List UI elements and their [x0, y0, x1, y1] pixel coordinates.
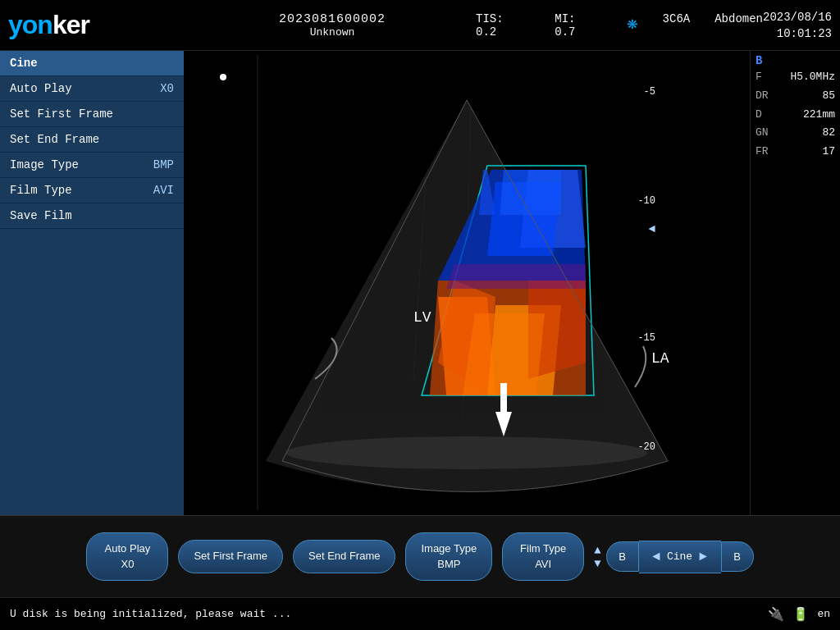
menu-item-cine[interactable]: Cine: [0, 51, 184, 76]
logo: yonker: [8, 10, 172, 40]
region: Abdomen: [714, 12, 763, 39]
auto-play-button[interactable]: Auto Play X0: [86, 532, 168, 580]
time: 10:01:23: [777, 27, 832, 40]
tis-value: TIS: 0.2: [476, 12, 530, 39]
mi-value: MI: 0.7: [555, 12, 602, 39]
ultrasound-image: LV LA: [184, 51, 750, 515]
cine-control-group: ▲ ▼ B ◄ Cine ► B: [594, 541, 753, 573]
menu-item-autoplay[interactable]: Auto Play X0: [0, 76, 184, 102]
set-end-frame-button[interactable]: Set End Frame: [293, 540, 395, 573]
menu-item-set-end-frame[interactable]: Set End Frame: [0, 127, 184, 153]
cine-left-arrow[interactable]: ◄: [652, 550, 660, 564]
gn-row: GN 82: [756, 125, 835, 142]
cine-center: ◄ Cine ►: [639, 541, 721, 573]
cine-right-arrow[interactable]: ►: [699, 550, 707, 564]
status-bar: U disk is being initialized, please wait…: [0, 597, 840, 630]
patient-id: 2023081600002: [279, 12, 386, 26]
set-first-frame-button[interactable]: Set First Frame: [178, 540, 283, 573]
usb-icon: 🔌: [768, 606, 784, 623]
menu-item-image-type[interactable]: Image Type BMP: [0, 153, 184, 178]
freq-row: F H5.0MHz: [756, 69, 835, 86]
mode-label: B: [756, 54, 835, 67]
menu-item-set-first-frame[interactable]: Set First Frame: [0, 102, 184, 127]
film-type-button[interactable]: Film Type AVI: [502, 532, 584, 580]
cine-label: Cine: [667, 550, 692, 563]
snowflake-icon: ❋: [627, 12, 637, 39]
fr-row: FR 17: [756, 144, 835, 161]
cine-up-arrow[interactable]: ▲: [594, 544, 600, 557]
status-right: 🔌 🔋 en: [768, 606, 830, 623]
header: yonker 2023081600002 Unknown TIS: 0.2 MI…: [0, 0, 840, 51]
date: 2023/08/16: [763, 11, 832, 24]
right-panel: B F H5.0MHz DR 85 D 221mm GN 82 FR 17: [750, 51, 840, 515]
depth-minus15: -15: [623, 332, 655, 344]
patient-name: Unknown: [310, 26, 355, 39]
depth-minus20: -20: [623, 441, 655, 453]
cine-down-arrow[interactable]: ▼: [594, 557, 600, 570]
depth-minus10: -10: [623, 195, 655, 207]
dot-indicator: [220, 74, 226, 80]
header-right: 2023/08/16 10:01:23: [763, 11, 832, 40]
menu-item-save-film[interactable]: Save Film: [0, 203, 184, 229]
d-row: D 221mm: [756, 107, 835, 124]
cine-b-left-button[interactable]: B: [606, 541, 639, 572]
cine-b-right-button[interactable]: B: [721, 541, 754, 572]
lang-label: en: [817, 608, 830, 620]
svg-point-9: [286, 436, 647, 469]
image-type-button[interactable]: Image Type BMP: [405, 532, 492, 580]
bottom-controls: Auto Play X0 Set First Frame Set End Fra…: [0, 515, 840, 597]
main-area: Cine Auto Play X0 Set First Frame Set En…: [0, 51, 840, 515]
probe: 3C6A: [663, 12, 691, 39]
battery-icon: 🔋: [792, 606, 809, 623]
image-area: LV LA . -5 . . . -10 ◄ . . . -15: [184, 51, 750, 515]
dr-row: DR 85: [756, 88, 835, 105]
left-menu: Cine Auto Play X0 Set First Frame Set En…: [0, 51, 184, 515]
status-message: U disk is being initialized, please wait…: [10, 608, 291, 620]
header-center: 2023081600002 Unknown: [189, 12, 476, 39]
lv-label: LV: [413, 309, 431, 326]
menu-item-film-type[interactable]: Film Type AVI: [0, 178, 184, 203]
depth-scale: . -5 . . . -10 ◄ . . . -15 . . . -20 . .: [623, 51, 655, 515]
cine-up-down: ▲ ▼: [594, 544, 600, 570]
depth-minus5: -5: [623, 86, 655, 98]
